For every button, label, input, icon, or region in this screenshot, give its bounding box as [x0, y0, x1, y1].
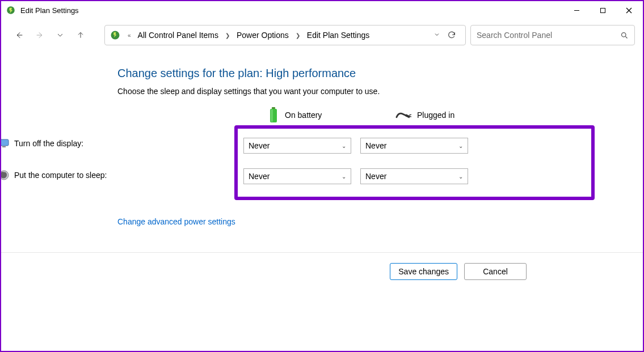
- plugged-column-header: Plugged in: [395, 111, 506, 120]
- plugged-label: Plugged in: [417, 111, 454, 120]
- svg-line-7: [625, 36, 627, 38]
- svg-rect-8: [272, 107, 275, 109]
- back-button[interactable]: [11, 27, 27, 43]
- battery-icon: [268, 107, 279, 123]
- chevron-down-icon: ⌄: [342, 173, 346, 180]
- battery-column-header: On battery: [268, 107, 378, 123]
- address-bar[interactable]: « All Control Panel Items ❯ Power Option…: [104, 25, 466, 45]
- search-placeholder: Search Control Panel: [477, 31, 620, 40]
- battery-label: On battery: [285, 111, 322, 120]
- display-icon: [0, 138, 10, 149]
- svg-rect-2: [600, 8, 605, 12]
- footer: Save changes Cancel: [1, 252, 643, 280]
- cancel-button[interactable]: Cancel: [464, 263, 527, 280]
- display-battery-dropdown[interactable]: Never ⌄: [243, 138, 351, 154]
- navigation-row: « All Control Panel Items ❯ Power Option…: [1, 19, 643, 51]
- close-button[interactable]: [616, 2, 642, 19]
- breadcrumb-overflow[interactable]: «: [125, 32, 133, 39]
- chevron-down-icon: ⌄: [342, 143, 346, 149]
- chevron-down-icon: ⌄: [458, 143, 463, 149]
- app-icon: [6, 5, 16, 15]
- page-heading: Change settings for the plan: High perfo…: [117, 67, 643, 80]
- svg-rect-13: [0, 139, 9, 146]
- up-button[interactable]: [73, 27, 89, 43]
- page-description: Choose the sleep and display settings th…: [117, 87, 643, 96]
- search-icon: [620, 31, 629, 40]
- forward-button[interactable]: [32, 27, 48, 43]
- column-headers: On battery Plugged in: [268, 107, 643, 123]
- svg-line-11: [409, 114, 411, 115]
- display-row-label: Turn off the display:: [0, 138, 107, 149]
- display-row: Never ⌄ Never ⌄: [243, 138, 586, 154]
- window-title: Edit Plan Settings: [20, 6, 563, 15]
- sleep-battery-dropdown[interactable]: Never ⌄: [243, 168, 351, 184]
- search-box[interactable]: Search Control Panel: [470, 25, 635, 45]
- titlebar: Edit Plan Settings: [1, 1, 643, 19]
- svg-rect-14: [2, 146, 6, 147]
- control-panel-icon: [110, 29, 121, 41]
- sleep-plugged-dropdown[interactable]: Never ⌄: [360, 168, 468, 184]
- svg-rect-10: [271, 109, 273, 122]
- svg-point-6: [622, 32, 626, 37]
- sleep-row-label: Put the computer to sleep:: [0, 169, 107, 181]
- advanced-settings-link[interactable]: Change advanced power settings: [117, 217, 235, 226]
- refresh-button[interactable]: [443, 31, 461, 40]
- breadcrumb-item-2[interactable]: Edit Plan Settings: [305, 29, 372, 41]
- plug-icon: [395, 111, 411, 120]
- sleep-icon: [0, 169, 10, 181]
- save-button[interactable]: Save changes: [390, 263, 457, 280]
- display-plugged-dropdown[interactable]: Never ⌄: [360, 138, 468, 154]
- content-area: Change settings for the plan: High perfo…: [1, 51, 643, 226]
- recent-dropdown[interactable]: [52, 27, 68, 43]
- address-dropdown[interactable]: [433, 31, 440, 40]
- chevron-down-icon: ⌄: [458, 173, 463, 180]
- minimize-button[interactable]: [563, 2, 590, 19]
- chevron-right-icon: ❯: [223, 32, 232, 39]
- chevron-right-icon: ❯: [293, 32, 302, 39]
- window-controls: [563, 2, 642, 19]
- sleep-row: Never ⌄ Never ⌄: [243, 168, 586, 184]
- maximize-button[interactable]: [590, 2, 616, 19]
- highlight-box: Never ⌄ Never ⌄ Never ⌄ Never ⌄: [234, 125, 595, 200]
- breadcrumb-item-1[interactable]: Power Options: [234, 29, 291, 41]
- breadcrumb-item-0[interactable]: All Control Panel Items: [136, 29, 221, 41]
